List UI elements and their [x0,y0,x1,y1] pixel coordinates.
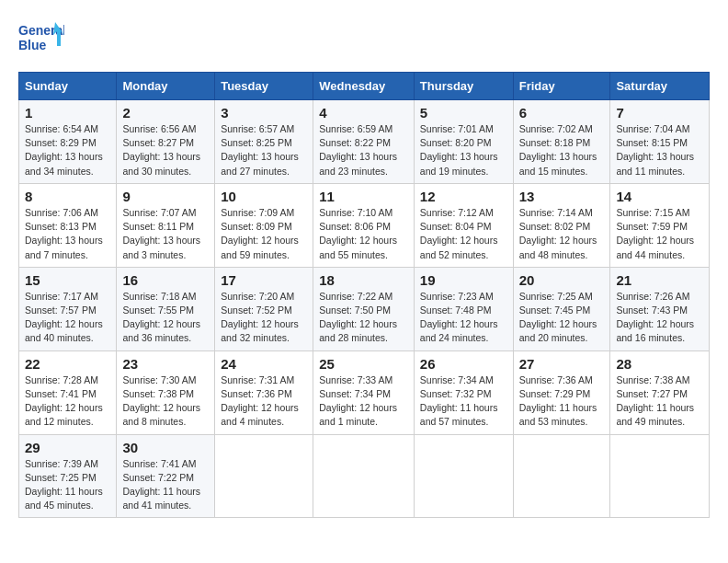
calendar-cell: 27Sunrise: 7:36 AM Sunset: 7:29 PM Dayli… [513,350,610,434]
day-info: Sunrise: 7:23 AM Sunset: 7:48 PM Dayligh… [420,290,507,346]
calendar-cell: 9Sunrise: 7:07 AM Sunset: 8:11 PM Daylig… [117,183,215,267]
calendar-table: SundayMondayTuesdayWednesdayThursdayFrid… [18,72,710,518]
calendar-cell [414,434,513,518]
day-number: 24 [221,356,307,372]
day-info: Sunrise: 7:01 AM Sunset: 8:20 PM Dayligh… [420,122,507,178]
day-info: Sunrise: 7:31 AM Sunset: 7:36 PM Dayligh… [221,373,307,430]
day-info: Sunrise: 7:26 AM Sunset: 7:43 PM Dayligh… [616,290,703,346]
calendar-cell: 7Sunrise: 7:04 AM Sunset: 8:15 PM Daylig… [610,100,710,184]
col-header-wednesday: Wednesday [313,73,415,100]
calendar-week-row: 1Sunrise: 6:54 AM Sunset: 8:29 PM Daylig… [19,100,710,184]
calendar-header-row: SundayMondayTuesdayWednesdayThursdayFrid… [19,73,710,100]
logo: General Blue [18,18,64,57]
day-number: 20 [519,272,605,288]
calendar-cell: 20Sunrise: 7:25 AM Sunset: 7:45 PM Dayli… [513,267,610,350]
calendar-week-row: 8Sunrise: 7:06 AM Sunset: 8:13 PM Daylig… [19,183,710,267]
day-number: 16 [122,272,209,288]
day-number: 7 [616,105,703,121]
day-info: Sunrise: 7:18 AM Sunset: 7:55 PM Dayligh… [122,290,209,346]
day-info: Sunrise: 7:10 AM Sunset: 8:06 PM Dayligh… [319,206,408,262]
calendar-cell: 4Sunrise: 6:59 AM Sunset: 8:22 PM Daylig… [313,100,415,184]
calendar-cell: 29Sunrise: 7:39 AM Sunset: 7:25 PM Dayli… [19,434,117,518]
calendar-cell [610,434,710,518]
day-number: 2 [122,105,209,121]
day-number: 11 [319,189,408,204]
day-info: Sunrise: 7:41 AM Sunset: 7:22 PM Dayligh… [122,457,209,513]
col-header-sunday: Sunday [19,73,117,100]
calendar-cell [215,434,313,518]
calendar-cell: 21Sunrise: 7:26 AM Sunset: 7:43 PM Dayli… [610,267,710,350]
calendar-cell: 30Sunrise: 7:41 AM Sunset: 7:22 PM Dayli… [117,434,215,518]
day-info: Sunrise: 6:59 AM Sunset: 8:22 PM Dayligh… [319,122,408,178]
day-info: Sunrise: 6:57 AM Sunset: 8:25 PM Dayligh… [221,122,307,178]
calendar-week-row: 15Sunrise: 7:17 AM Sunset: 7:57 PM Dayli… [19,267,710,350]
svg-text:Blue: Blue [18,38,47,52]
day-number: 14 [616,189,703,204]
col-header-saturday: Saturday [610,73,710,100]
calendar-cell: 23Sunrise: 7:30 AM Sunset: 7:38 PM Dayli… [117,350,215,434]
calendar-cell: 18Sunrise: 7:22 AM Sunset: 7:50 PM Dayli… [313,267,415,350]
day-number: 23 [122,356,209,372]
page-header: General Blue [18,18,710,57]
day-number: 6 [519,105,605,121]
day-info: Sunrise: 7:20 AM Sunset: 7:52 PM Dayligh… [221,290,307,346]
day-info: Sunrise: 7:04 AM Sunset: 8:15 PM Dayligh… [616,122,703,178]
day-number: 13 [519,189,605,204]
day-info: Sunrise: 7:34 AM Sunset: 7:32 PM Dayligh… [420,373,507,430]
day-number: 27 [519,356,605,372]
calendar-cell: 11Sunrise: 7:10 AM Sunset: 8:06 PM Dayli… [313,183,415,267]
col-header-monday: Monday [117,73,215,100]
day-info: Sunrise: 7:17 AM Sunset: 7:57 PM Dayligh… [25,290,110,346]
day-number: 22 [25,356,110,372]
calendar-cell: 13Sunrise: 7:14 AM Sunset: 8:02 PM Dayli… [513,183,610,267]
day-info: Sunrise: 7:02 AM Sunset: 8:18 PM Dayligh… [519,122,605,178]
day-info: Sunrise: 6:56 AM Sunset: 8:27 PM Dayligh… [122,122,209,178]
day-info: Sunrise: 7:15 AM Sunset: 7:59 PM Dayligh… [616,206,703,262]
calendar-cell: 14Sunrise: 7:15 AM Sunset: 7:59 PM Dayli… [610,183,710,267]
calendar-cell: 26Sunrise: 7:34 AM Sunset: 7:32 PM Dayli… [414,350,513,434]
calendar-cell: 24Sunrise: 7:31 AM Sunset: 7:36 PM Dayli… [215,350,313,434]
calendar-cell: 3Sunrise: 6:57 AM Sunset: 8:25 PM Daylig… [215,100,313,184]
calendar-cell: 17Sunrise: 7:20 AM Sunset: 7:52 PM Dayli… [215,267,313,350]
calendar-cell [313,434,415,518]
day-number: 30 [122,440,209,455]
col-header-thursday: Thursday [414,73,513,100]
col-header-friday: Friday [513,73,610,100]
day-number: 18 [319,272,408,288]
calendar-cell: 12Sunrise: 7:12 AM Sunset: 8:04 PM Dayli… [414,183,513,267]
calendar-cell: 15Sunrise: 7:17 AM Sunset: 7:57 PM Dayli… [19,267,117,350]
day-number: 3 [221,105,307,121]
day-info: Sunrise: 7:25 AM Sunset: 7:45 PM Dayligh… [519,290,605,346]
day-number: 21 [616,272,703,288]
day-number: 17 [221,272,307,288]
day-info: Sunrise: 7:12 AM Sunset: 8:04 PM Dayligh… [420,206,507,262]
day-number: 19 [420,272,507,288]
day-info: Sunrise: 7:06 AM Sunset: 8:13 PM Dayligh… [25,206,110,262]
calendar-cell: 6Sunrise: 7:02 AM Sunset: 8:18 PM Daylig… [513,100,610,184]
calendar-cell [513,434,610,518]
day-number: 5 [420,105,507,121]
day-info: Sunrise: 7:28 AM Sunset: 7:41 PM Dayligh… [25,373,110,430]
day-info: Sunrise: 6:54 AM Sunset: 8:29 PM Dayligh… [25,122,110,178]
day-number: 9 [122,189,209,204]
calendar-cell: 22Sunrise: 7:28 AM Sunset: 7:41 PM Dayli… [19,350,117,434]
col-header-tuesday: Tuesday [215,73,313,100]
day-number: 29 [25,440,110,455]
calendar-cell: 19Sunrise: 7:23 AM Sunset: 7:48 PM Dayli… [414,267,513,350]
day-info: Sunrise: 7:22 AM Sunset: 7:50 PM Dayligh… [319,290,408,346]
day-info: Sunrise: 7:14 AM Sunset: 8:02 PM Dayligh… [519,206,605,262]
day-number: 28 [616,356,703,372]
day-info: Sunrise: 7:39 AM Sunset: 7:25 PM Dayligh… [25,457,110,513]
day-number: 12 [420,189,507,204]
day-number: 26 [420,356,507,372]
calendar-cell: 5Sunrise: 7:01 AM Sunset: 8:20 PM Daylig… [414,100,513,184]
calendar-cell: 8Sunrise: 7:06 AM Sunset: 8:13 PM Daylig… [19,183,117,267]
day-info: Sunrise: 7:30 AM Sunset: 7:38 PM Dayligh… [122,373,209,430]
calendar-cell: 10Sunrise: 7:09 AM Sunset: 8:09 PM Dayli… [215,183,313,267]
day-info: Sunrise: 7:09 AM Sunset: 8:09 PM Dayligh… [221,206,307,262]
logo-svg: General Blue [18,18,64,57]
day-info: Sunrise: 7:33 AM Sunset: 7:34 PM Dayligh… [319,373,408,430]
day-number: 15 [25,272,110,288]
calendar-cell: 16Sunrise: 7:18 AM Sunset: 7:55 PM Dayli… [117,267,215,350]
day-info: Sunrise: 7:07 AM Sunset: 8:11 PM Dayligh… [122,206,209,262]
